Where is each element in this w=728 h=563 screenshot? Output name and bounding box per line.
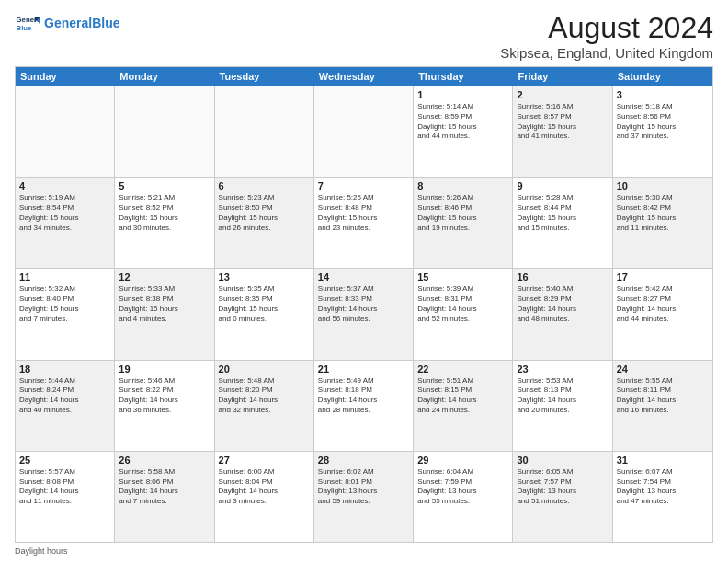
calendar-cell: 4Sunrise: 5:19 AM Sunset: 8:54 PM Daylig… xyxy=(16,178,115,268)
day-number: 15 xyxy=(417,271,508,282)
calendar-cell: 6Sunrise: 5:23 AM Sunset: 8:50 PM Daylig… xyxy=(215,178,314,268)
day-info: Sunrise: 5:57 AM Sunset: 8:08 PM Dayligh… xyxy=(19,467,110,507)
day-info: Sunrise: 6:00 AM Sunset: 8:04 PM Dayligh… xyxy=(219,467,310,507)
calendar-cell: 9Sunrise: 5:28 AM Sunset: 8:44 PM Daylig… xyxy=(513,178,612,268)
calendar-cell: 23Sunrise: 5:53 AM Sunset: 8:13 PM Dayli… xyxy=(513,361,612,451)
day-info: Sunrise: 5:19 AM Sunset: 8:54 PM Dayligh… xyxy=(19,193,110,233)
day-number: 20 xyxy=(219,363,310,374)
calendar-cell xyxy=(215,86,314,177)
day-info: Sunrise: 5:46 AM Sunset: 8:22 PM Dayligh… xyxy=(119,376,210,416)
day-number: 8 xyxy=(417,180,508,191)
calendar-row: 18Sunrise: 5:44 AM Sunset: 8:24 PM Dayli… xyxy=(16,360,712,451)
calendar: SundayMondayTuesdayWednesdayThursdayFrid… xyxy=(15,66,713,543)
calendar-cell: 19Sunrise: 5:46 AM Sunset: 8:22 PM Dayli… xyxy=(115,361,214,451)
day-number: 18 xyxy=(19,363,110,374)
calendar-cell: 28Sunrise: 6:02 AM Sunset: 8:01 PM Dayli… xyxy=(314,452,414,542)
calendar-cell: 10Sunrise: 5:30 AM Sunset: 8:42 PM Dayli… xyxy=(613,178,712,268)
calendar-cell: 17Sunrise: 5:42 AM Sunset: 8:27 PM Dayli… xyxy=(613,269,712,359)
day-info: Sunrise: 5:18 AM Sunset: 8:56 PM Dayligh… xyxy=(617,102,709,142)
day-info: Sunrise: 5:53 AM Sunset: 8:13 PM Dayligh… xyxy=(517,376,608,416)
calendar-row: 11Sunrise: 5:32 AM Sunset: 8:40 PM Dayli… xyxy=(16,268,712,359)
calendar-cell: 7Sunrise: 5:25 AM Sunset: 8:48 PM Daylig… xyxy=(314,178,414,268)
day-number: 30 xyxy=(517,454,608,465)
day-number: 19 xyxy=(119,363,210,374)
day-info: Sunrise: 5:23 AM Sunset: 8:50 PM Dayligh… xyxy=(219,193,310,233)
day-info: Sunrise: 6:07 AM Sunset: 7:54 PM Dayligh… xyxy=(617,467,709,507)
calendar-cell: 24Sunrise: 5:55 AM Sunset: 8:11 PM Dayli… xyxy=(613,361,712,451)
calendar-row: 4Sunrise: 5:19 AM Sunset: 8:54 PM Daylig… xyxy=(16,177,712,268)
day-number: 10 xyxy=(617,180,709,191)
day-number: 6 xyxy=(219,180,310,191)
day-number: 27 xyxy=(219,454,310,465)
day-info: Sunrise: 5:30 AM Sunset: 8:42 PM Dayligh… xyxy=(617,193,709,233)
calendar-cell: 20Sunrise: 5:48 AM Sunset: 8:20 PM Dayli… xyxy=(215,361,314,451)
day-info: Sunrise: 5:39 AM Sunset: 8:31 PM Dayligh… xyxy=(417,284,508,324)
calendar-row: 1Sunrise: 5:14 AM Sunset: 8:59 PM Daylig… xyxy=(16,86,712,177)
calendar-cell: 15Sunrise: 5:39 AM Sunset: 8:31 PM Dayli… xyxy=(414,269,513,359)
day-number: 14 xyxy=(318,271,409,282)
calendar-cell: 31Sunrise: 6:07 AM Sunset: 7:54 PM Dayli… xyxy=(613,452,712,542)
calendar-header-cell: Wednesday xyxy=(314,67,414,86)
day-number: 29 xyxy=(417,454,508,465)
logo-line1: GeneralBlue xyxy=(44,17,119,30)
calendar-cell: 1Sunrise: 5:14 AM Sunset: 8:59 PM Daylig… xyxy=(414,86,513,177)
calendar-cell: 25Sunrise: 5:57 AM Sunset: 8:08 PM Dayli… xyxy=(16,452,115,542)
day-number: 2 xyxy=(517,89,608,100)
day-info: Sunrise: 5:44 AM Sunset: 8:24 PM Dayligh… xyxy=(19,376,110,416)
day-number: 23 xyxy=(517,363,608,374)
day-info: Sunrise: 5:42 AM Sunset: 8:27 PM Dayligh… xyxy=(617,284,709,324)
day-info: Sunrise: 5:55 AM Sunset: 8:11 PM Dayligh… xyxy=(617,376,709,416)
day-info: Sunrise: 5:25 AM Sunset: 8:48 PM Dayligh… xyxy=(318,193,409,233)
calendar-cell: 5Sunrise: 5:21 AM Sunset: 8:52 PM Daylig… xyxy=(115,178,214,268)
day-number: 28 xyxy=(318,454,409,465)
calendar-header: SundayMondayTuesdayWednesdayThursdayFrid… xyxy=(16,67,712,86)
footer-note: Daylight hours xyxy=(15,546,713,556)
day-info: Sunrise: 5:28 AM Sunset: 8:44 PM Dayligh… xyxy=(517,193,608,233)
day-number: 22 xyxy=(417,363,508,374)
calendar-cell: 11Sunrise: 5:32 AM Sunset: 8:40 PM Dayli… xyxy=(16,269,115,359)
calendar-header-cell: Saturday xyxy=(613,67,712,86)
day-number: 1 xyxy=(417,89,508,100)
day-number: 16 xyxy=(517,271,608,282)
calendar-cell: 18Sunrise: 5:44 AM Sunset: 8:24 PM Dayli… xyxy=(16,361,115,451)
page-title: August 2024 xyxy=(500,11,713,45)
day-info: Sunrise: 5:49 AM Sunset: 8:18 PM Dayligh… xyxy=(318,376,409,416)
calendar-row: 25Sunrise: 5:57 AM Sunset: 8:08 PM Dayli… xyxy=(16,451,712,542)
calendar-header-cell: Tuesday xyxy=(215,67,314,86)
calendar-header-cell: Monday xyxy=(115,67,214,86)
day-number: 4 xyxy=(19,180,110,191)
calendar-header-cell: Sunday xyxy=(16,67,115,86)
day-info: Sunrise: 5:58 AM Sunset: 8:06 PM Dayligh… xyxy=(119,467,210,507)
day-info: Sunrise: 5:51 AM Sunset: 8:15 PM Dayligh… xyxy=(417,376,508,416)
calendar-header-cell: Friday xyxy=(513,67,612,86)
day-number: 3 xyxy=(617,89,709,100)
calendar-cell: 26Sunrise: 5:58 AM Sunset: 8:06 PM Dayli… xyxy=(115,452,214,542)
day-number: 13 xyxy=(219,271,310,282)
day-info: Sunrise: 5:40 AM Sunset: 8:29 PM Dayligh… xyxy=(517,284,608,324)
day-number: 17 xyxy=(617,271,709,282)
day-number: 5 xyxy=(119,180,210,191)
calendar-cell: 3Sunrise: 5:18 AM Sunset: 8:56 PM Daylig… xyxy=(613,86,712,177)
calendar-cell: 27Sunrise: 6:00 AM Sunset: 8:04 PM Dayli… xyxy=(215,452,314,542)
calendar-cell: 8Sunrise: 5:26 AM Sunset: 8:46 PM Daylig… xyxy=(414,178,513,268)
day-number: 21 xyxy=(318,363,409,374)
day-info: Sunrise: 5:33 AM Sunset: 8:38 PM Dayligh… xyxy=(119,284,210,324)
day-info: Sunrise: 5:48 AM Sunset: 8:20 PM Dayligh… xyxy=(219,376,310,416)
day-info: Sunrise: 6:05 AM Sunset: 7:57 PM Dayligh… xyxy=(517,467,608,507)
day-number: 7 xyxy=(318,180,409,191)
calendar-cell: 2Sunrise: 5:16 AM Sunset: 8:57 PM Daylig… xyxy=(513,86,612,177)
day-number: 11 xyxy=(19,271,110,282)
calendar-body: 1Sunrise: 5:14 AM Sunset: 8:59 PM Daylig… xyxy=(16,86,712,542)
day-number: 25 xyxy=(19,454,110,465)
calendar-cell: 12Sunrise: 5:33 AM Sunset: 8:38 PM Dayli… xyxy=(115,269,214,359)
calendar-cell: 29Sunrise: 6:04 AM Sunset: 7:59 PM Dayli… xyxy=(414,452,513,542)
page-subtitle: Skipsea, England, United Kingdom xyxy=(500,45,713,61)
calendar-cell: 13Sunrise: 5:35 AM Sunset: 8:35 PM Dayli… xyxy=(215,269,314,359)
calendar-cell: 21Sunrise: 5:49 AM Sunset: 8:18 PM Dayli… xyxy=(314,361,414,451)
day-info: Sunrise: 5:21 AM Sunset: 8:52 PM Dayligh… xyxy=(119,193,210,233)
day-number: 31 xyxy=(617,454,709,465)
calendar-cell: 16Sunrise: 5:40 AM Sunset: 8:29 PM Dayli… xyxy=(513,269,612,359)
day-info: Sunrise: 5:35 AM Sunset: 8:35 PM Dayligh… xyxy=(219,284,310,324)
calendar-cell xyxy=(115,86,214,177)
calendar-header-cell: Thursday xyxy=(414,67,513,86)
